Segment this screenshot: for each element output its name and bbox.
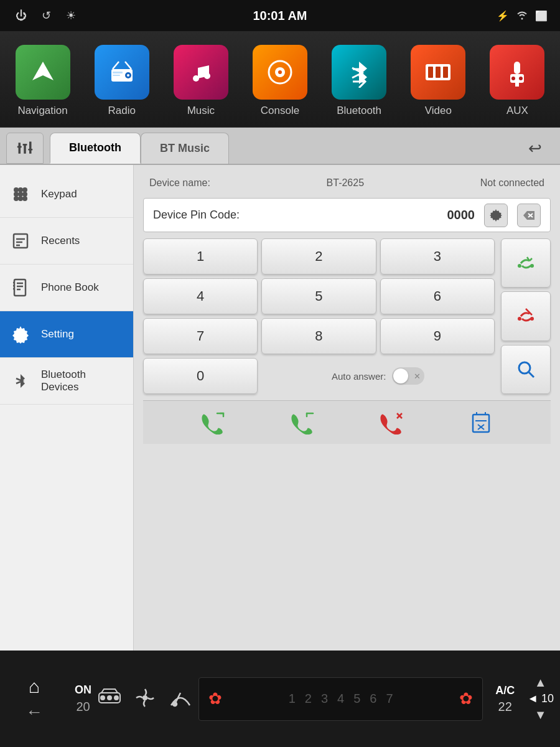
climate-num-2: 2 — [305, 692, 312, 706]
tab-bar: Bluetooth BT Music ↩ — [0, 128, 560, 165]
tab-bt-music[interactable]: BT Music — [141, 133, 229, 164]
keypad-btn-0[interactable]: 0 — [143, 358, 258, 394]
svg-point-6 — [193, 75, 199, 82]
bottom-bar: ⌂ ← ON 20 — [0, 651, 560, 747]
keypad-btn-2[interactable]: 2 — [261, 238, 376, 275]
sidebar-item-keypad[interactable]: Keypad — [0, 171, 133, 218]
climate-display: ✿ 1 2 3 4 5 6 7 ✿ — [198, 677, 483, 721]
app-label-video: Video — [425, 105, 452, 117]
svg-marker-0 — [32, 62, 54, 80]
pin-settings-btn[interactable] — [484, 204, 508, 227]
on-label: ON — [75, 684, 91, 697]
svg-point-65 — [101, 696, 105, 700]
app-label-music: Music — [187, 105, 215, 117]
sidebar-item-setting[interactable]: Setting — [0, 311, 133, 358]
app-item-console[interactable]: Console — [246, 45, 314, 117]
keypad-btn-1[interactable]: 1 — [143, 238, 258, 275]
keypad-btn-7[interactable]: 7 — [143, 318, 258, 354]
svg-point-18 — [511, 77, 515, 80]
sidebar-item-recents[interactable]: Recents — [0, 218, 133, 265]
app-item-navigation[interactable]: Navigation — [9, 45, 77, 117]
pin-clear-btn[interactable] — [517, 204, 541, 227]
keypad-btn-9[interactable]: 9 — [380, 318, 495, 354]
svg-point-54 — [519, 362, 530, 374]
status-bar: ⏻ ↺ ☀ 10:01 AM ⚡ ⬜ — [0, 0, 560, 31]
window-icon: ⬜ — [535, 10, 548, 22]
home-button[interactable]: ⌂ — [29, 676, 40, 697]
auto-answer-toggle[interactable]: ✕ — [392, 367, 424, 385]
sidebar-item-bluetooth-devices[interactable]: Bluetooth Devices — [0, 358, 133, 405]
keypad-area: 1 2 3 4 5 6 7 8 9 0 Auto answer: ✕ — [143, 238, 551, 394]
sidebar-item-phonebook[interactable]: Phone Book — [0, 265, 133, 311]
keypad-btn-4[interactable]: 4 — [143, 278, 258, 314]
keypad-btn-8[interactable]: 8 — [261, 318, 376, 354]
call-out-btn[interactable] — [195, 407, 230, 438]
app-label-console: Console — [261, 105, 299, 117]
svg-point-29 — [14, 192, 19, 197]
app-item-bluetooth[interactable]: Bluetooth — [325, 45, 393, 117]
volume-label: ◄ 10 — [527, 692, 554, 705]
call-end-btn[interactable] — [375, 407, 409, 438]
search-btn[interactable] — [501, 345, 551, 394]
video-icon — [411, 45, 465, 100]
bluetooth-main-icon — [332, 45, 386, 100]
status-time: 10:01 AM — [253, 9, 307, 23]
wiper-icon[interactable] — [169, 688, 192, 710]
bottom-climate-left: ON 20 — [68, 680, 98, 717]
sidebar-label-phonebook: Phone Book — [41, 281, 99, 294]
app-bar: Navigation Radio Music — [0, 31, 560, 128]
keypad-btn-3[interactable]: 3 — [380, 238, 495, 275]
settings-equalizer-btn[interactable] — [6, 133, 44, 164]
call-in-btn[interactable] — [285, 407, 319, 438]
svg-point-33 — [18, 196, 23, 201]
phonebook-icon — [9, 276, 32, 299]
sidebar-label-keypad: Keypad — [41, 188, 77, 200]
back-button[interactable]: ↩ — [520, 133, 551, 164]
svg-rect-12 — [428, 67, 433, 78]
climate-num-7: 7 — [386, 692, 393, 706]
temp-down-btn[interactable]: ▼ — [534, 708, 547, 722]
svg-rect-17 — [515, 83, 519, 87]
svg-point-50 — [530, 264, 534, 268]
svg-point-52 — [530, 317, 534, 321]
device-name-value: BT-2625 — [327, 177, 364, 189]
usb-icon: ⚡ — [497, 10, 509, 22]
svg-point-31 — [22, 192, 27, 197]
keypad-btn-5[interactable]: 5 — [261, 278, 376, 314]
fan-icon[interactable] — [134, 688, 156, 710]
app-item-music[interactable]: Music — [167, 45, 235, 117]
bottom-climate-icons — [98, 688, 192, 710]
sidebar-label-recents: Recents — [41, 235, 80, 247]
car-climate-icon[interactable] — [98, 688, 121, 710]
delete-btn[interactable] — [464, 407, 498, 438]
climate-num-5: 5 — [353, 692, 360, 706]
svg-point-26 — [14, 187, 19, 192]
svg-rect-4 — [113, 72, 123, 73]
navigation-icon — [16, 45, 70, 100]
tab-bluetooth[interactable]: Bluetooth — [50, 133, 141, 164]
disconnect-btn[interactable] — [501, 291, 551, 341]
bluetooth-devices-icon — [9, 370, 32, 392]
app-item-aux[interactable]: AUX — [483, 45, 551, 117]
svg-rect-23 — [17, 146, 22, 148]
temp-up-btn[interactable]: ▲ — [534, 675, 547, 690]
app-item-video[interactable]: Video — [404, 45, 472, 117]
app-label-bluetooth: Bluetooth — [337, 105, 381, 117]
app-label-navigation: Navigation — [17, 105, 67, 117]
app-item-radio[interactable]: Radio — [88, 45, 156, 117]
refresh-icon: ↺ — [37, 7, 55, 24]
svg-rect-58 — [473, 415, 489, 432]
keypad-icon — [9, 183, 32, 205]
climate-num-1: 1 — [289, 692, 296, 706]
brightness-icon: ☀ — [62, 7, 80, 24]
svg-point-27 — [18, 187, 23, 192]
recents-icon — [9, 230, 32, 252]
bottom-left: ⌂ ← — [0, 670, 68, 728]
bottom-back-button[interactable]: ← — [26, 702, 43, 722]
left-fan-icon: ✿ — [208, 689, 222, 708]
wifi-icon — [515, 9, 529, 22]
connect-btn[interactable] — [501, 238, 551, 288]
keypad-btn-6[interactable]: 6 — [380, 278, 495, 314]
svg-point-69 — [173, 702, 177, 706]
svg-point-34 — [22, 196, 27, 201]
